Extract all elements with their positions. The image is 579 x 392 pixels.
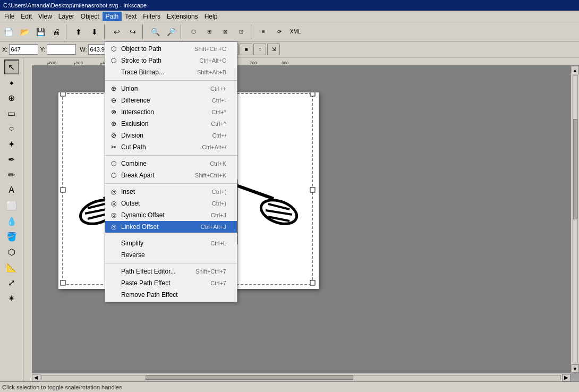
- affect-btn-3[interactable]: ↕: [253, 44, 266, 55]
- zoom-in-button[interactable]: 🔍: [148, 24, 163, 39]
- stroke-to-path-icon: ⬡: [109, 56, 118, 65]
- menu-item-path-effect-editor[interactable]: Path Effect Editor... Shift+Ctrl+7: [105, 266, 237, 277]
- menu-extensions[interactable]: Extensions: [164, 12, 201, 21]
- erase-tool[interactable]: ⬡: [4, 244, 19, 259]
- object-to-path-shortcut: Shift+Ctrl+C: [194, 46, 226, 52]
- save-button[interactable]: 💾: [33, 24, 48, 39]
- print-button[interactable]: 🖨: [49, 24, 64, 39]
- import-button[interactable]: ⬆: [71, 24, 86, 39]
- y-label: Y:: [40, 46, 45, 53]
- menu-item-cut-path[interactable]: ✂ Cut Path Ctrl+Alt+/: [105, 141, 237, 153]
- menu-file[interactable]: File: [1, 12, 18, 21]
- menu-item-combine[interactable]: ⬡ Combine Ctrl+K: [105, 158, 237, 169]
- menu-text[interactable]: Text: [122, 12, 140, 21]
- menu-item-stroke-to-path[interactable]: ⬡ Stroke to Path Ctrl+Alt+C: [105, 55, 237, 66]
- align-button[interactable]: ≡: [256, 24, 271, 39]
- menu-item-linked-offset[interactable]: ◎ Linked Offset Ctrl+Alt+J: [105, 221, 237, 233]
- spray-tool[interactable]: ✴: [4, 291, 19, 305]
- gradient-tool[interactable]: ⬜: [4, 198, 19, 213]
- open-button[interactable]: 📂: [17, 24, 32, 39]
- hscroll-track[interactable]: [41, 375, 561, 380]
- menu-item-remove-path-effect[interactable]: Remove Path Effect: [105, 289, 237, 301]
- menu-item-exclusion[interactable]: ⊕ Exclusion Ctrl+^: [105, 118, 237, 130]
- vscrollbar[interactable]: ▲ ▼: [571, 66, 579, 373]
- menu-help[interactable]: Help: [201, 12, 221, 21]
- menu-item-dynamic-offset[interactable]: ◎ Dynamic Offset Ctrl+J: [105, 209, 237, 221]
- toolbar-sep-1: [66, 24, 69, 39]
- paint-tool[interactable]: 🪣: [4, 229, 19, 244]
- affect-btn-4[interactable]: ⇲: [267, 44, 280, 55]
- svg-rect-21: [61, 280, 65, 285]
- union-label: Union: [121, 85, 205, 92]
- eyedrop-tool[interactable]: 💧: [4, 214, 19, 228]
- zoom-tool[interactable]: ⊕: [4, 90, 19, 105]
- vscroll-track[interactable]: [573, 75, 578, 363]
- division-icon: ⊘: [109, 131, 118, 140]
- y-input[interactable]: [47, 44, 76, 55]
- svg-rect-23: [310, 280, 315, 285]
- menu-filters[interactable]: Filters: [140, 12, 164, 21]
- object-to-path-label: Object to Path: [121, 45, 189, 53]
- select-tool[interactable]: ↖: [4, 59, 19, 74]
- vscroll-thumb[interactable]: [573, 119, 577, 219]
- cut-path-label: Cut Path: [121, 143, 197, 151]
- xml-button[interactable]: XML: [288, 24, 303, 39]
- menu-item-simplify[interactable]: Simplify Ctrl+L: [105, 237, 237, 249]
- menu-item-difference[interactable]: ⊖ Difference Ctrl+-: [105, 95, 237, 106]
- combine-label: Combine: [121, 160, 205, 167]
- intersection-label: Intersection: [121, 108, 206, 116]
- menu-view[interactable]: View: [35, 12, 55, 21]
- x-input[interactable]: [9, 44, 38, 55]
- cut-path-shortcut: Ctrl+Alt+/: [202, 144, 226, 150]
- scroll-up-btn[interactable]: ▲: [572, 66, 579, 74]
- menu-path[interactable]: Path: [103, 12, 122, 21]
- node-tool[interactable]: ⬥: [4, 75, 19, 90]
- reverse-icon: [109, 251, 118, 259]
- menu-item-union[interactable]: ⊕ Union Ctrl++: [105, 83, 237, 95]
- pen-tool[interactable]: ✒: [4, 152, 19, 167]
- snap3-button[interactable]: ⊡: [234, 24, 249, 39]
- hscrollbar[interactable]: ◀ ▶: [32, 373, 571, 381]
- star-tool[interactable]: ✦: [4, 137, 19, 151]
- rect-tool[interactable]: ▭: [4, 106, 19, 121]
- menu-object[interactable]: Object: [78, 12, 103, 21]
- snap-button[interactable]: ⊞: [202, 24, 217, 39]
- menu-layer[interactable]: Layer: [55, 12, 78, 21]
- measure-tool[interactable]: 📐: [4, 260, 19, 275]
- new-button[interactable]: 📄: [1, 24, 16, 39]
- trace-bitmap-label: Trace Bitmap...: [121, 69, 192, 76]
- connector-tool[interactable]: ⤢: [4, 275, 19, 290]
- menu-edit[interactable]: Edit: [18, 12, 35, 21]
- scroll-right-btn[interactable]: ▶: [562, 374, 571, 381]
- stroke-to-path-shortcut: Ctrl+Alt+C: [199, 57, 226, 64]
- menu-item-inset[interactable]: ◎ Inset Ctrl+(: [105, 186, 237, 198]
- menu-item-trace-bitmap[interactable]: Trace Bitmap... Shift+Alt+B: [105, 66, 237, 78]
- menu-item-paste-path-effect[interactable]: Paste Path Effect Ctrl+7: [105, 277, 237, 289]
- exclusion-shortcut: Ctrl+^: [211, 121, 226, 127]
- undo-button[interactable]: ↩: [109, 24, 124, 39]
- intersection-shortcut: Ctrl+*: [211, 109, 226, 115]
- circle-tool[interactable]: ○: [4, 121, 19, 136]
- snap2-button[interactable]: ⊠: [218, 24, 233, 39]
- scroll-down-btn[interactable]: ▼: [572, 364, 579, 373]
- pencil-tool[interactable]: ✏: [4, 167, 19, 182]
- export-button[interactable]: ⬇: [87, 24, 102, 39]
- affect-btn-2[interactable]: ■: [240, 44, 252, 55]
- paste-path-effect-shortcut: Ctrl+7: [210, 280, 226, 286]
- union-shortcut: Ctrl++: [210, 86, 226, 92]
- zoom-out-button[interactable]: 🔎: [164, 24, 178, 39]
- menu-item-reverse[interactable]: Reverse: [105, 249, 237, 261]
- menu-item-object-to-path[interactable]: ⬡ Object to Path Shift+Ctrl+C: [105, 43, 237, 55]
- transform-button[interactable]: ⟳: [272, 24, 287, 39]
- menu-item-break-apart[interactable]: ⬡ Break Apart Shift+Ctrl+K: [105, 169, 237, 181]
- hscroll-thumb[interactable]: [146, 376, 353, 380]
- menu-item-intersection[interactable]: ⊗ Intersection Ctrl+*: [105, 106, 237, 118]
- scroll-left-btn[interactable]: ◀: [32, 374, 40, 381]
- menu-item-division[interactable]: ⊘ Division Ctrl+/: [105, 130, 237, 141]
- svg-rect-20: [310, 188, 315, 192]
- node-button[interactable]: ⬡: [186, 24, 201, 39]
- text-tool[interactable]: A: [4, 183, 19, 198]
- combine-icon: ⬡: [109, 159, 118, 168]
- menu-item-outset[interactable]: ◎ Outset Ctrl+): [105, 198, 237, 209]
- redo-button[interactable]: ↪: [125, 24, 140, 39]
